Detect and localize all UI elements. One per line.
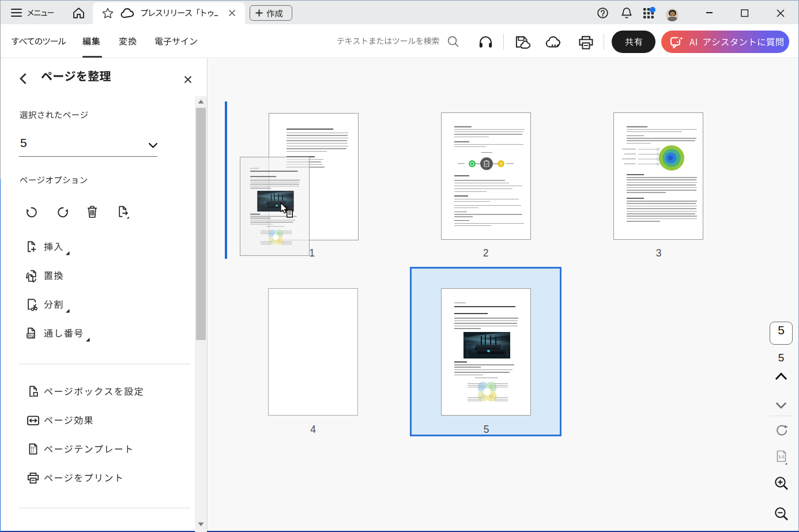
svg-text:1:1: 1:1 — [779, 455, 785, 459]
